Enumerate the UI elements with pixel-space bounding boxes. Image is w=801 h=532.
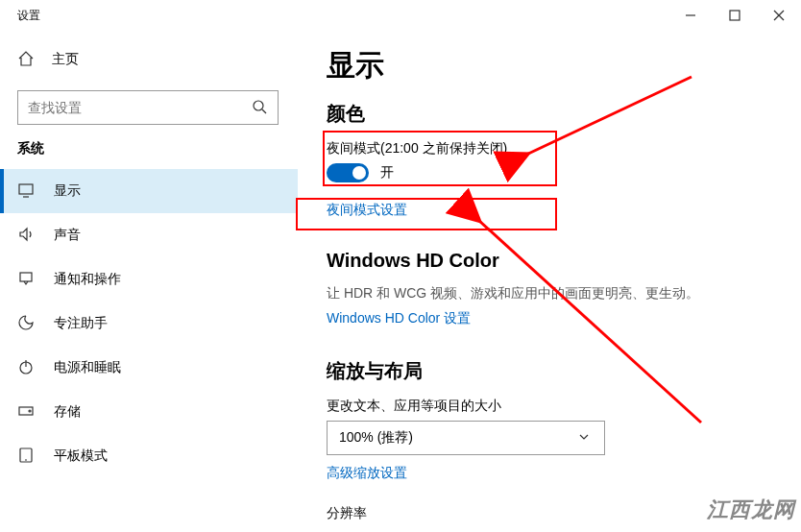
sidebar-item-home[interactable]: 主页 bbox=[0, 40, 298, 79]
home-label: 主页 bbox=[52, 51, 79, 68]
svg-point-12 bbox=[29, 410, 31, 412]
window-controls bbox=[668, 0, 801, 31]
sidebar-item-label: 声音 bbox=[54, 227, 81, 244]
svg-point-4 bbox=[254, 101, 263, 110]
scale-change-label: 更改文本、应用等项目的大小 bbox=[327, 398, 791, 415]
nightlight-settings-link[interactable]: 夜间模式设置 bbox=[327, 202, 407, 219]
hd-settings-link[interactable]: Windows HD Color 设置 bbox=[327, 310, 471, 327]
section-scale-title: 缩放与布局 bbox=[327, 358, 791, 384]
tablet-icon bbox=[17, 447, 35, 467]
display-icon bbox=[17, 181, 35, 202]
sidebar-section-title: 系统 bbox=[0, 140, 298, 157]
chevron-down-icon bbox=[575, 428, 593, 448]
sidebar-item-label: 电源和睡眠 bbox=[54, 359, 121, 376]
scale-dropdown[interactable]: 100% (推荐) bbox=[327, 421, 605, 455]
power-icon bbox=[17, 358, 35, 378]
maximize-button[interactable] bbox=[713, 0, 757, 31]
sidebar-item-power[interactable]: 电源和睡眠 bbox=[0, 346, 298, 390]
home-icon bbox=[17, 50, 35, 70]
close-button[interactable] bbox=[757, 0, 801, 31]
sidebar-item-tablet[interactable]: 平板模式 bbox=[0, 434, 298, 478]
sound-icon bbox=[17, 226, 35, 246]
nightlight-toggle[interactable] bbox=[327, 163, 369, 182]
nightlight-label: 夜间模式(21:00 之前保持关闭) bbox=[327, 140, 791, 157]
sidebar-item-notifications[interactable]: 通知和操作 bbox=[0, 257, 298, 302]
sidebar-item-display[interactable]: 显示 bbox=[0, 169, 298, 213]
sidebar-item-storage[interactable]: 存储 bbox=[0, 390, 298, 434]
search-field[interactable] bbox=[28, 100, 251, 115]
svg-rect-6 bbox=[19, 184, 33, 194]
sidebar-item-label: 显示 bbox=[54, 182, 81, 200]
titlebar: 设置 bbox=[0, 0, 801, 31]
svg-rect-1 bbox=[730, 11, 740, 20]
section-hd-title: Windows HD Color bbox=[327, 250, 791, 272]
search-input[interactable] bbox=[17, 90, 279, 125]
content-pane: 显示 颜色 夜间模式(21:00 之前保持关闭) 开 夜间模式设置 Window… bbox=[327, 46, 791, 532]
storage-icon bbox=[17, 402, 35, 423]
notifications-icon bbox=[17, 270, 35, 290]
focus-icon bbox=[17, 314, 35, 334]
section-color-title: 颜色 bbox=[327, 101, 791, 127]
sidebar-item-sound[interactable]: 声音 bbox=[0, 213, 298, 257]
svg-rect-8 bbox=[20, 273, 32, 281]
sidebar: 主页 系统 显示 声音 通知和操作 专注助手 电源和睡眠 存储 平板模式 bbox=[0, 31, 298, 532]
sidebar-item-label: 通知和操作 bbox=[54, 271, 121, 288]
toggle-state-label: 开 bbox=[380, 164, 394, 181]
window-title: 设置 bbox=[17, 8, 40, 24]
hd-description: 让 HDR 和 WCG 视频、游戏和应用中的画面更明亮、更生动。 bbox=[327, 285, 791, 302]
minimize-button[interactable] bbox=[668, 0, 713, 31]
advanced-scale-link[interactable]: 高级缩放设置 bbox=[327, 465, 407, 482]
sidebar-item-label: 专注助手 bbox=[54, 315, 108, 332]
watermark: 江西龙网 bbox=[707, 496, 795, 524]
svg-line-5 bbox=[262, 109, 266, 113]
page-title: 显示 bbox=[327, 46, 791, 85]
scale-value: 100% (推荐) bbox=[339, 429, 413, 447]
search-icon bbox=[251, 98, 268, 118]
sidebar-item-focus[interactable]: 专注助手 bbox=[0, 302, 298, 346]
sidebar-item-label: 平板模式 bbox=[54, 447, 108, 465]
sidebar-item-label: 存储 bbox=[54, 403, 81, 421]
